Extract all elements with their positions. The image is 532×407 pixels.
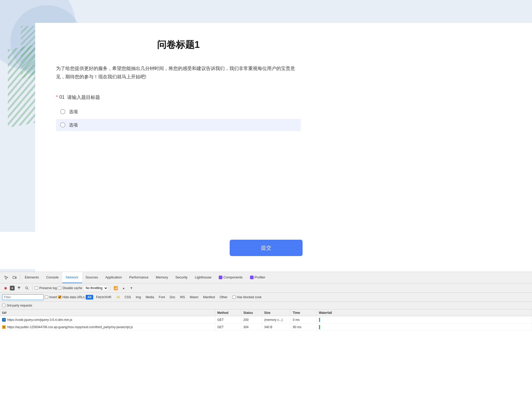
survey-description: 为了给您提供更好的服务，希望您能抽出几分钟时间，将您的感受和建议告诉我们，我们非…: [56, 64, 301, 81]
devtools-filter-row: Invert Hide data URLs All Fetch/XHR JS C…: [0, 293, 532, 302]
search-icon[interactable]: [23, 285, 30, 291]
waterfall-bar-2: [319, 325, 320, 329]
td-status-2: 304: [241, 323, 262, 330]
tab-console-label: Console: [46, 275, 59, 279]
devtools-tab-bar: Elements Console Network Sources Applica…: [0, 272, 532, 283]
td-time-1: 0 ms: [291, 316, 317, 323]
tab-performance[interactable]: Performance: [126, 272, 152, 283]
tab-security[interactable]: Security: [172, 272, 191, 283]
filter-wasm-btn[interactable]: Wasm: [188, 295, 201, 300]
td-size-1: (memory c...): [262, 316, 291, 323]
filter-fetchxhr-btn[interactable]: Fetch/XHR: [94, 295, 113, 300]
td-url-1: J https://code.jquery.com/jquery-3.6.4.s…: [0, 316, 215, 323]
required-star: *: [56, 94, 58, 100]
option-text-2: 选项: [69, 122, 78, 128]
download-icon[interactable]: ▼: [128, 285, 135, 291]
table-row[interactable]: J https://code.jquery.com/jquery-3.6.4.s…: [0, 316, 532, 323]
survey-title: 问卷标题1: [56, 39, 301, 51]
td-waterfall-2: [317, 323, 532, 330]
tab-network-label: Network: [66, 275, 78, 279]
tab-components[interactable]: Components: [215, 272, 246, 283]
th-status-label: Status: [243, 311, 253, 315]
stop-button[interactable]: ■: [10, 286, 15, 290]
inspect-icon[interactable]: [2, 274, 10, 282]
option-text-1: 选项: [69, 109, 78, 115]
hide-data-urls-text: Hide data URLs: [62, 295, 85, 299]
option-radio-1[interactable]: [60, 109, 65, 114]
filter-all-btn[interactable]: All: [86, 295, 93, 300]
preserve-log-label[interactable]: Preserve log: [35, 286, 57, 290]
invert-checkbox[interactable]: [45, 295, 48, 299]
submit-button[interactable]: 提交: [230, 240, 303, 256]
filter-doc-btn[interactable]: Doc: [168, 295, 177, 300]
tab-lighthouse[interactable]: Lighthouse: [191, 272, 215, 283]
device-toggle-icon[interactable]: [10, 274, 19, 282]
tab-network[interactable]: Network: [62, 272, 82, 283]
option-radio-2[interactable]: [60, 122, 65, 128]
th-waterfall[interactable]: Waterfall: [317, 309, 532, 316]
has-blocked-cookies-checkbox[interactable]: [232, 295, 236, 299]
preserve-log-checkbox[interactable]: [35, 286, 38, 290]
filter-css-btn[interactable]: CSS: [123, 295, 133, 300]
hide-data-urls-label[interactable]: Hide data URLs: [58, 295, 85, 299]
bg-stripe-1: [8, 44, 39, 128]
tab-profiler[interactable]: Profiler: [246, 272, 269, 283]
wifi-icon[interactable]: 📶: [112, 285, 119, 291]
hide-data-urls-checkbox[interactable]: [58, 295, 61, 299]
table-row[interactable]: JS https://wj-public-1258344706.cos.ap-g…: [0, 323, 532, 331]
th-status[interactable]: Status: [241, 309, 262, 316]
disable-cache-checkbox[interactable]: [58, 286, 61, 290]
tab-application[interactable]: Application: [102, 272, 126, 283]
toolbar-sep-2: [110, 286, 110, 290]
th-time[interactable]: Time: [291, 309, 317, 316]
td-size-text-2: 340 B: [264, 325, 272, 329]
filter-js-btn[interactable]: JS: [114, 295, 122, 300]
td-url-text-1: https://code.jquery.com/jquery-3.6.4.sli…: [7, 318, 72, 322]
th-method[interactable]: Method: [215, 309, 241, 316]
tab-sources[interactable]: Sources: [82, 272, 102, 283]
th-waterfall-label: Waterfall: [319, 311, 332, 315]
record-button[interactable]: ⏺: [2, 285, 9, 291]
invert-label[interactable]: Invert: [45, 295, 57, 299]
filter-input[interactable]: [2, 294, 44, 300]
filter-font-btn[interactable]: Font: [157, 295, 167, 300]
td-method-1: GET: [215, 316, 241, 323]
throttle-select[interactable]: No throttling: [83, 285, 108, 291]
filter-icon[interactable]: [16, 285, 22, 291]
filter-img-btn[interactable]: Img: [134, 295, 143, 300]
disable-cache-label[interactable]: Disable cache: [58, 286, 82, 290]
option-row-1[interactable]: 选项: [56, 106, 301, 118]
th-size-label: Size: [264, 311, 271, 315]
question-title: 请输入题目标题: [67, 94, 100, 100]
tab-console[interactable]: Console: [42, 272, 62, 283]
devtools-panel: Elements Console Network Sources Applica…: [0, 272, 532, 407]
th-url-label: Url: [2, 311, 7, 315]
tab-memory[interactable]: Memory: [152, 272, 172, 283]
third-party-checkbox[interactable]: [2, 304, 5, 307]
filter-manifest-btn[interactable]: Manifest: [201, 295, 217, 300]
tab-elements[interactable]: Elements: [21, 272, 42, 283]
tab-divider-1: [20, 275, 20, 280]
td-method-text-1: GET: [217, 318, 224, 322]
submit-area: 提交: [0, 232, 532, 269]
tab-profiler-label: Profiler: [255, 275, 265, 279]
filter-media-btn[interactable]: Media: [144, 295, 156, 300]
toolbar-sep-1: [32, 286, 33, 290]
option-row-2[interactable]: 选项: [56, 119, 301, 131]
svg-rect-1: [16, 277, 16, 278]
td-method-2: GET: [215, 323, 241, 330]
question-block-1: * 01 请输入题目标题 选项 选项: [56, 94, 301, 131]
tab-memory-label: Memory: [156, 275, 168, 279]
third-party-label[interactable]: 3rd-party requests: [2, 304, 32, 307]
upload-icon[interactable]: ▲: [120, 285, 127, 291]
third-party-text: 3rd-party requests: [7, 304, 32, 307]
th-url[interactable]: Url: [0, 309, 215, 316]
filter-ws-btn[interactable]: WS: [178, 295, 187, 300]
th-size[interactable]: Size: [262, 309, 291, 316]
svg-line-3: [28, 289, 29, 290]
td-status-1: 200: [241, 316, 262, 323]
question-number: 01: [59, 94, 65, 100]
has-blocked-cookies-label[interactable]: Has blocked cook: [232, 295, 261, 299]
devtools-toolbar: ⏺ ■ Preserve log Disable cache No thrott…: [0, 283, 532, 293]
filter-other-btn[interactable]: Other: [218, 295, 229, 300]
